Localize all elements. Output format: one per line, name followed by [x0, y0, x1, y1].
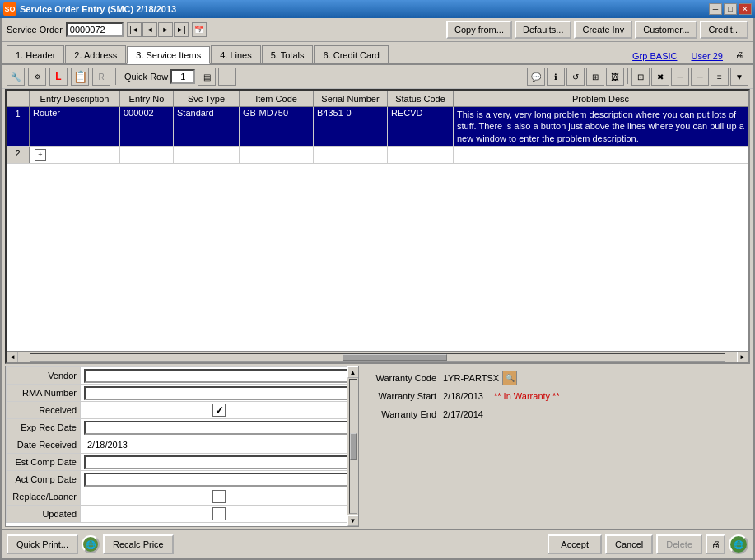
received-value[interactable]	[81, 402, 358, 419]
updated-checkbox[interactable]	[212, 507, 226, 520]
nav-first-button[interactable]: |◄	[127, 22, 142, 37]
blue-icon-button[interactable]: 📋	[71, 68, 89, 86]
globe-small-icon[interactable]: 🌐	[82, 535, 100, 553]
accept-button[interactable]: Accept	[548, 534, 602, 554]
create-inv-button[interactable]: Create Inv	[574, 21, 632, 39]
table-row[interactable]: 1 Router 000002 Standard GB-MD750 B4351-…	[7, 107, 748, 147]
cell-item-code-2[interactable]	[240, 147, 314, 163]
scroll-down-button[interactable]: ▼	[347, 515, 359, 526]
customer-button[interactable]: Customer...	[635, 21, 697, 39]
cell-serial-1[interactable]: B4351-0	[314, 107, 388, 146]
cell-entry-no-1[interactable]: 000002	[120, 107, 174, 146]
r-button[interactable]: R	[92, 68, 110, 86]
vendor-value[interactable]	[81, 367, 358, 385]
tab-credit-card[interactable]: 6. Credit Card	[314, 45, 388, 63]
delete-button[interactable]: Delete	[656, 534, 702, 554]
cell-status-1[interactable]: RECVD	[388, 107, 454, 146]
refresh-icon[interactable]: ↺	[566, 68, 585, 86]
calendar-button[interactable]: 📅	[192, 22, 207, 37]
nav-next-button[interactable]: ►	[158, 22, 173, 37]
right-icon-5[interactable]: ≡	[711, 68, 729, 86]
tab-totals[interactable]: 5. Totals	[262, 45, 314, 63]
cell-entry-desc-1[interactable]: Router	[30, 107, 120, 146]
exp-rec-date-input[interactable]	[84, 421, 354, 435]
warranty-start-label: Warranty Start	[366, 387, 440, 405]
right-icon-3[interactable]: ─	[671, 68, 689, 86]
scroll-right-button[interactable]: ►	[737, 352, 748, 363]
copy-from-button[interactable]: Copy from...	[446, 21, 512, 39]
cancel-button[interactable]: Cancel	[605, 534, 653, 554]
cell-entry-desc-2[interactable]: +	[30, 147, 120, 163]
received-checkbox[interactable]	[212, 404, 226, 417]
vertical-scrollbar[interactable]: ▲ ▼	[347, 366, 358, 526]
right-icon-2[interactable]: ✖	[651, 68, 669, 86]
v-scroll-track[interactable]	[349, 379, 357, 514]
tab-header[interactable]: 1. Header	[7, 45, 64, 63]
scroll-track[interactable]	[30, 353, 725, 362]
est-comp-date-input[interactable]	[84, 455, 354, 469]
scroll-left-button[interactable]: ◄	[7, 352, 18, 363]
tab-address[interactable]: 2. Address	[65, 45, 126, 63]
nav-prev-button[interactable]: ◄	[142, 22, 157, 37]
tool-icon-1[interactable]: 🔧	[7, 68, 25, 86]
cell-serial-2[interactable]	[314, 147, 388, 163]
tool-icon-2[interactable]: ⚙	[28, 68, 46, 86]
info-icon[interactable]: ℹ	[547, 68, 565, 86]
scroll-up-button[interactable]: ▲	[347, 366, 359, 378]
table-row[interactable]: 2 +	[7, 147, 748, 164]
act-comp-date-input[interactable]	[84, 473, 354, 487]
right-icon-4[interactable]: ─	[691, 68, 709, 86]
rma-value[interactable]	[81, 385, 358, 402]
horizontal-scrollbar[interactable]: ◄ ►	[7, 351, 748, 362]
main-window: Service Order |◄ ◄ ► ►| 📅 Copy from... D…	[0, 18, 755, 560]
defaults-button[interactable]: Defaults...	[515, 21, 572, 39]
date-received-value[interactable]: 2/18/2013	[81, 436, 358, 454]
quick-row-expand[interactable]: ▤	[198, 68, 216, 86]
credit-button[interactable]: Credit...	[700, 21, 748, 39]
quick-print-button[interactable]: Quick Print...	[7, 534, 78, 554]
nav-last-button[interactable]: ►|	[174, 22, 189, 37]
globe-icon-button[interactable]: 🌐	[729, 534, 748, 554]
replace-loaner-checkbox[interactable]	[212, 490, 226, 503]
cell-status-2[interactable]	[388, 147, 454, 163]
act-comp-date-value[interactable]	[81, 471, 358, 488]
image-icon[interactable]: 🖼	[606, 68, 624, 86]
printer-icon[interactable]: 🖨	[730, 45, 748, 63]
user-29-link[interactable]: User 29	[684, 49, 729, 63]
minimize-button[interactable]: ─	[709, 3, 722, 15]
right-icon-1[interactable]: ⊡	[631, 68, 650, 86]
right-icon-6[interactable]: ▼	[730, 68, 748, 86]
cell-svc-type-1[interactable]: Standard	[174, 107, 240, 146]
print-icon-button[interactable]: 🖨	[706, 534, 725, 554]
updated-value[interactable]	[81, 506, 358, 523]
rma-input[interactable]	[84, 386, 354, 400]
replace-loaner-value[interactable]	[81, 488, 358, 506]
exp-rec-date-value[interactable]	[81, 419, 358, 436]
recalc-price-button[interactable]: Recalc Price	[103, 534, 174, 554]
service-order-input[interactable]	[66, 22, 124, 37]
v-scroll-thumb[interactable]	[350, 433, 357, 460]
warranty-code-value: 1YR-PARTSX 🔍	[440, 369, 747, 387]
quick-row-dots[interactable]: ···	[218, 68, 236, 86]
cell-prob-desc-1[interactable]: This is a very, very long problem descri…	[454, 107, 748, 146]
close-button[interactable]: ✕	[739, 3, 752, 15]
maximize-button[interactable]: □	[724, 3, 737, 15]
tab-service-items[interactable]: 3. Service Items	[127, 46, 210, 64]
cell-entry-no-2[interactable]	[120, 147, 174, 163]
window-controls[interactable]: ─ □ ✕	[709, 3, 752, 15]
cell-item-code-1[interactable]: GB-MD750	[240, 107, 314, 146]
speech-icon[interactable]: 💬	[527, 68, 545, 86]
vendor-input[interactable]	[84, 369, 354, 383]
expand-button-2[interactable]: +	[35, 149, 46, 161]
grid-icon[interactable]: ⊞	[586, 68, 604, 86]
est-comp-date-value[interactable]	[81, 454, 358, 471]
cell-prob-desc-2[interactable]	[454, 147, 748, 163]
warranty-search-icon[interactable]: 🔍	[502, 371, 517, 385]
cell-svc-type-2[interactable]	[174, 147, 240, 163]
form-row-updated: Updated	[7, 506, 358, 523]
scroll-thumb[interactable]	[343, 354, 446, 361]
red-l-button[interactable]: L	[49, 68, 68, 86]
tab-lines[interactable]: 4. Lines	[211, 45, 261, 63]
quick-row-input[interactable]	[170, 69, 195, 84]
grp-basic-link[interactable]: Grp BASIC	[626, 49, 683, 63]
